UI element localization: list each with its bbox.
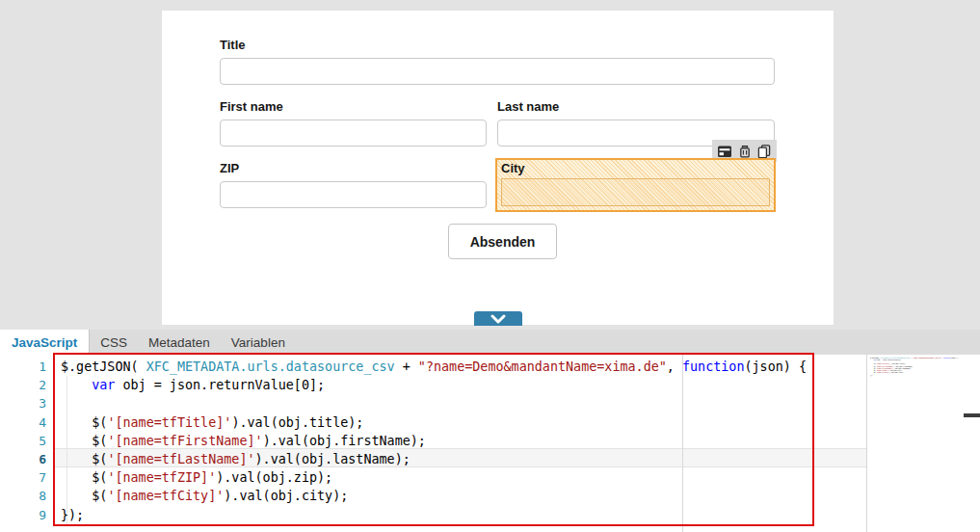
- title-field-label: Title: [220, 38, 246, 52]
- last-name-field-label: Last name: [497, 99, 559, 114]
- code-content[interactable]: $.getJSON( XFC_METADATA.urls.datasource_…: [61, 358, 807, 524]
- zip-field-label: ZIP: [220, 161, 239, 175]
- code-editor[interactable]: 123456789 $.getJSON( XFC_METADATA.urls.d…: [0, 355, 980, 532]
- line-number: 7: [0, 468, 46, 487]
- zip-field-input[interactable]: [220, 181, 487, 208]
- code-line[interactable]: });: [870, 374, 964, 376]
- first-name-field-label: First name: [220, 99, 283, 114]
- city-field-label: City: [501, 161, 525, 175]
- edit-field-icon[interactable]: [717, 144, 732, 159]
- tab-metadaten[interactable]: Metadaten: [138, 330, 221, 355]
- line-number: 8: [0, 487, 46, 505]
- tab-javascript[interactable]: JavaScript: [0, 330, 90, 355]
- code-line[interactable]: [61, 394, 807, 412]
- line-number: 4: [0, 413, 46, 432]
- code-line[interactable]: $.getJSON( XFC_METADATA.urls.datasource_…: [61, 358, 807, 376]
- tab-css[interactable]: CSS: [90, 330, 138, 355]
- line-number: 2: [0, 376, 46, 394]
- submit-button[interactable]: Absenden: [448, 224, 557, 259]
- minimap-divider: [866, 355, 867, 532]
- editor-tab-bar: JavaScript CSS Metadaten Variablen: [0, 330, 980, 355]
- code-line[interactable]: $('[name=tfTitle]').val(obj.title);: [61, 413, 807, 432]
- code-line[interactable]: $('[name=tfCity]').val(obj.city);: [61, 487, 807, 505]
- line-number: 1: [0, 358, 46, 376]
- first-name-field-input[interactable]: [220, 120, 487, 146]
- chevron-down-icon: [490, 314, 506, 324]
- line-number: 5: [0, 432, 46, 450]
- line-number: 9: [0, 506, 46, 524]
- city-field-input[interactable]: [501, 178, 770, 206]
- code-line[interactable]: });: [61, 506, 807, 524]
- panel-resize-handle[interactable]: [964, 413, 980, 417]
- delete-icon[interactable]: [737, 144, 753, 159]
- tab-variablen[interactable]: Variablen: [221, 330, 296, 355]
- form-canvas: Title First name Last name ZIP City Abse…: [162, 11, 834, 325]
- editor-gutter: 123456789: [0, 358, 46, 524]
- line-number: 6: [0, 450, 46, 468]
- code-line[interactable]: $('[name=tfLastName]').val(obj.lastName)…: [61, 450, 807, 468]
- duplicate-icon[interactable]: [756, 144, 772, 159]
- code-line[interactable]: $('[name=tfFirstName]').val(obj.firstNam…: [61, 432, 807, 450]
- code-line[interactable]: var obj = json.returnValue[0];: [61, 376, 807, 394]
- line-number: 3: [0, 394, 46, 412]
- panel-collapse-button[interactable]: [474, 311, 522, 326]
- minimap[interactable]: $.getJSON( XFC_METADATA.urls.datasource_…: [870, 357, 964, 384]
- city-field-selected[interactable]: City: [495, 158, 776, 212]
- minimap-content: $.getJSON( XFC_METADATA.urls.datasource_…: [870, 357, 964, 376]
- code-line[interactable]: $('[name=tfZIP]').val(obj.zip);: [61, 468, 807, 487]
- title-field-input[interactable]: [220, 58, 775, 85]
